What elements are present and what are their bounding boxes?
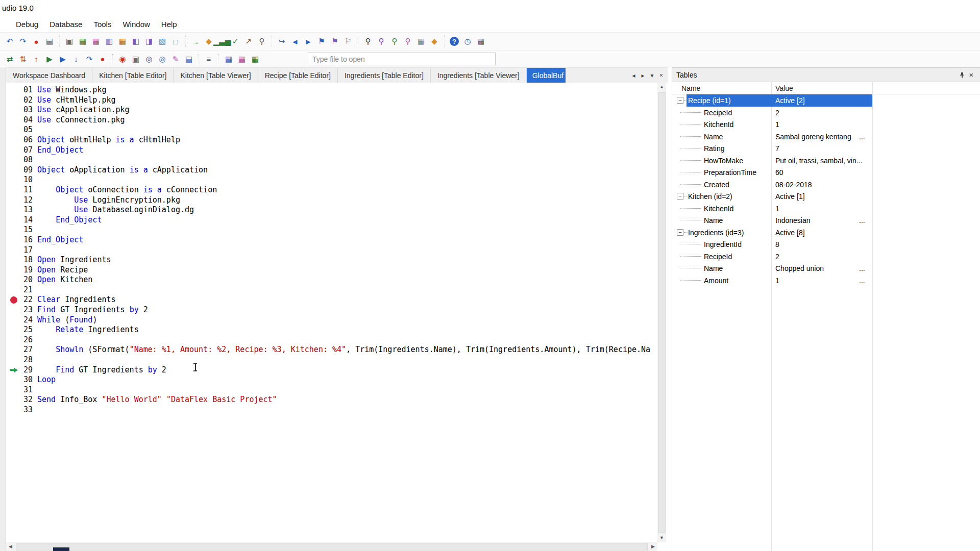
breakpoint-gutter-cell[interactable]: [6, 295, 21, 305]
locals-icon[interactable]: ◎: [156, 53, 168, 65]
file-open-input[interactable]: [308, 53, 496, 65]
new-window-icon[interactable]: □: [169, 35, 182, 47]
breakpoint-gutter-cell[interactable]: [6, 275, 21, 285]
undo-icon[interactable]: ↶: [4, 35, 16, 47]
tab-scroll-right-icon[interactable]: ▸: [639, 72, 647, 79]
data-dictionary-icon[interactable]: ◧: [130, 35, 142, 47]
tab-list-icon[interactable]: ▾: [648, 72, 656, 79]
breakpoint-gutter-cell[interactable]: [6, 85, 21, 95]
breakpoint-gutter-cell[interactable]: [6, 335, 21, 345]
table-row[interactable]: Created08-02-2018: [672, 179, 980, 191]
tab-ingredients-table-viewer[interactable]: Ingredients [Table Viewer]: [431, 68, 527, 83]
tab-ingredients-table-editor[interactable]: Ingredients [Table Editor]: [338, 68, 431, 83]
breakpoint-gutter-cell[interactable]: [6, 195, 21, 206]
breakpoint-gutter-cell[interactable]: [6, 405, 21, 415]
replace-icon[interactable]: ⚲: [375, 35, 387, 47]
build-icon[interactable]: ↑: [30, 53, 42, 65]
breakpoint-gutter-cell[interactable]: [6, 145, 21, 156]
table-row[interactable]: −Ingredients (id=3)Active [8]: [672, 227, 980, 239]
scroll-left-icon[interactable]: ◀: [6, 542, 15, 551]
horizontal-scrollbar[interactable]: ◀ ▶: [6, 542, 657, 551]
breakpoint-gutter-cell[interactable]: [6, 255, 21, 265]
clear-bookmarks-icon[interactable]: ⚐: [342, 35, 354, 47]
tree-collapse-toggle[interactable]: −: [677, 193, 683, 199]
tab-recipe-table-editor[interactable]: Recipe [Table Editor]: [258, 68, 338, 83]
history-icon[interactable]: ◷: [461, 35, 474, 47]
table-row[interactable]: IngredientId8: [672, 238, 980, 251]
table-row[interactable]: RecipeId2: [672, 107, 980, 119]
menu-item-tools[interactable]: Tools: [88, 17, 117, 31]
table-row[interactable]: RecipeId2: [672, 251, 980, 263]
tree-collapse-toggle[interactable]: −: [677, 229, 683, 236]
breakpoint-gutter-cell[interactable]: [6, 365, 21, 375]
breakpoint-gutter-cell[interactable]: [6, 225, 21, 235]
debug-run-icon[interactable]: ▶: [57, 53, 69, 65]
autos-icon[interactable]: ▤: [183, 53, 195, 65]
breakpoint-gutter-cell[interactable]: [6, 375, 21, 385]
breakpoint-gutter-cell[interactable]: [6, 105, 21, 115]
table-row[interactable]: HowToMakePut oil, trassi, sambal, vin...: [672, 155, 980, 167]
column-header-name[interactable]: Name: [672, 84, 771, 92]
table-row[interactable]: NameChopped union...: [672, 262, 980, 274]
breakpoint-gutter-cell[interactable]: [6, 285, 21, 295]
table-explorer-icon[interactable]: ▦: [223, 53, 235, 65]
code-editor[interactable]: 01Use Windows.pkg02Use cHtmlHelp.pkg03Us…: [6, 83, 657, 542]
panel-close-icon[interactable]: ×: [967, 70, 976, 80]
breakpoint-gutter-cell[interactable]: [6, 245, 21, 256]
login-settings-icon[interactable]: ◆: [428, 35, 440, 47]
report-icon[interactable]: ▧: [156, 35, 168, 47]
record-macro-icon[interactable]: ●: [30, 35, 42, 47]
scroll-right-icon[interactable]: ▶: [649, 542, 657, 551]
search-forward-icon[interactable]: ►: [302, 35, 314, 47]
export-icon[interactable]: ↗: [242, 35, 255, 47]
tab-workspace-dashboard[interactable]: Workspace Dashboard: [6, 68, 92, 83]
database-builder-icon[interactable]: ▦: [236, 53, 248, 65]
value-ellipsis[interactable]: ...: [859, 133, 865, 141]
search-back-icon[interactable]: ◄: [289, 35, 301, 47]
tab-scroll-left-icon[interactable]: ◂: [630, 72, 638, 79]
find-in-files-icon[interactable]: ⚲: [256, 35, 268, 47]
breakpoints-window-icon[interactable]: ▣: [130, 53, 142, 65]
menu-item-window[interactable]: Window: [117, 17, 155, 31]
prev-bookmark-icon[interactable]: ⚑: [329, 35, 341, 47]
breakpoint-gutter-cell[interactable]: [6, 155, 21, 165]
menu-item-debug[interactable]: Debug: [10, 17, 44, 31]
chart-icon[interactable]: ▁▃▅: [216, 35, 228, 47]
toggle-breakpoint-icon[interactable]: ◉: [116, 53, 129, 65]
dd-modeler-icon[interactable]: ◨: [143, 35, 155, 47]
step-over-icon[interactable]: ↷: [83, 53, 95, 65]
tab-close-icon[interactable]: ×: [657, 72, 665, 79]
redo-icon[interactable]: ↷: [17, 35, 29, 47]
breakpoint-gutter-cell[interactable]: [6, 235, 21, 245]
table-row[interactable]: −Recipe (id=1)Active [2]: [672, 94, 980, 107]
scroll-up-icon[interactable]: ▲: [657, 83, 666, 91]
breakpoint-gutter-cell[interactable]: [6, 115, 21, 126]
find-icon[interactable]: ⚲: [362, 35, 374, 47]
print-icon[interactable]: ▤: [43, 35, 56, 47]
breakpoint-gutter-cell[interactable]: [6, 205, 21, 215]
evaluate-icon[interactable]: ✎: [169, 53, 182, 65]
horizontal-scrollbar-thumb[interactable]: [16, 543, 648, 550]
table-row[interactable]: KitchenId1: [672, 203, 980, 215]
goto-line-icon[interactable]: ↪: [276, 35, 288, 47]
table-row[interactable]: KitchenId1: [672, 118, 980, 131]
column-header-value[interactable]: Value: [771, 84, 793, 92]
next-bookmark-icon[interactable]: ⚑: [315, 35, 328, 47]
tab-kitchen-table-editor[interactable]: Kitchen [Table Editor]: [92, 68, 174, 83]
table-row[interactable]: Amount1...: [672, 274, 980, 287]
breakpoint-gutter-cell[interactable]: [6, 355, 21, 365]
table-editor-icon[interactable]: ▦: [90, 35, 102, 47]
run-icon[interactable]: ▶: [43, 53, 56, 65]
watches-icon[interactable]: ◎: [143, 53, 155, 65]
breakpoint-gutter-cell[interactable]: [6, 95, 21, 106]
value-ellipsis[interactable]: ...: [859, 216, 865, 224]
breakpoint-gutter-cell[interactable]: [6, 325, 21, 335]
table-viewer-icon[interactable]: ▥: [103, 35, 115, 47]
find-in-project-icon[interactable]: ⚲: [402, 35, 414, 47]
breakpoint-gutter-cell[interactable]: [6, 385, 21, 395]
scroll-down-icon[interactable]: ▼: [657, 534, 666, 542]
breakpoint-gutter-cell[interactable]: [6, 315, 21, 325]
table-row[interactable]: PreparationTime60: [672, 166, 980, 179]
breakpoint-gutter-cell[interactable]: [6, 185, 21, 195]
sql-console-icon[interactable]: ▦: [249, 53, 261, 65]
